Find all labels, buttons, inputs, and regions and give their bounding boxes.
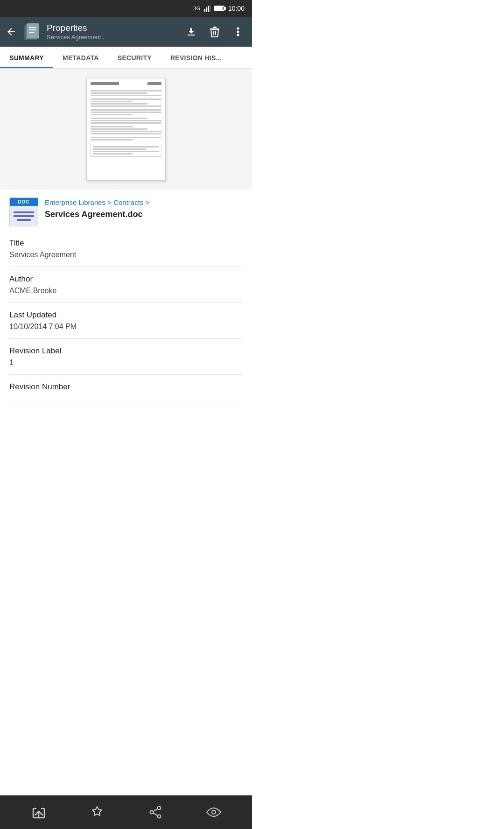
app-bar-actions: [183, 23, 246, 40]
svg-rect-3: [210, 5, 210, 12]
property-last-updated-value: 10/10/2014 7:04 PM: [9, 323, 243, 331]
property-last-updated-label: Last Updated: [9, 310, 243, 320]
tabs-bar: SUMMARY METADATA SECURITY REVISION HIS..…: [0, 47, 252, 69]
battery-icon: [214, 6, 224, 11]
svg-rect-7: [29, 27, 36, 28]
signal-icon: 3G: [193, 6, 200, 11]
app-bar: Properties Services Agreement...: [0, 17, 252, 47]
more-options-button[interactable]: [230, 23, 246, 40]
property-author-label: Author: [9, 274, 243, 284]
svg-rect-1: [206, 7, 207, 12]
document-icon: DOC: [9, 197, 38, 226]
status-bar: 3G 10:00: [0, 0, 252, 17]
property-title-value: Services Agreement: [9, 251, 243, 259]
document-thumbnail: [86, 78, 166, 181]
svg-point-15: [237, 28, 239, 30]
properties-list: Title Services Agreement Author ACME.Bro…: [0, 231, 252, 402]
tab-security[interactable]: SECURITY: [108, 47, 161, 68]
download-button[interactable]: [183, 23, 200, 40]
doc-type-badge: DOC: [10, 198, 38, 206]
document-filename: Services Agreement.doc: [45, 209, 243, 220]
delete-button[interactable]: [206, 23, 223, 40]
property-revision-label: Revision Label 1: [9, 339, 243, 375]
document-stack-icon: [22, 22, 41, 41]
property-last-updated: Last Updated 10/10/2014 7:04 PM: [9, 303, 243, 339]
svg-rect-10: [188, 35, 195, 35]
svg-rect-13: [213, 31, 214, 35]
property-author: Author ACME.Brooke: [9, 267, 243, 303]
back-button[interactable]: [6, 26, 17, 37]
svg-rect-9: [29, 32, 35, 33]
svg-rect-8: [29, 29, 36, 30]
property-title: Title Services Agreement: [9, 231, 243, 267]
page-subtitle: Services Agreement...: [47, 34, 178, 41]
document-preview: [0, 69, 252, 190]
svg-point-16: [237, 31, 239, 33]
property-revision-label-label: Revision Label: [9, 346, 243, 356]
property-revision-number: Revision Number: [9, 375, 243, 402]
signal-bars-icon: [204, 5, 210, 12]
tab-summary[interactable]: SUMMARY: [0, 47, 53, 68]
app-icon: [21, 21, 42, 42]
svg-rect-0: [204, 9, 205, 12]
breadcrumb-title-area: Enterprise Libraries > Contracts > Servi…: [45, 197, 243, 220]
tab-metadata[interactable]: METADATA: [53, 47, 108, 68]
breadcrumb[interactable]: Enterprise Libraries > Contracts >: [45, 197, 243, 207]
title-area: Properties Services Agreement...: [47, 23, 178, 41]
property-author-value: ACME.Brooke: [9, 287, 243, 295]
svg-rect-14: [215, 31, 216, 35]
property-title-label: Title: [9, 239, 243, 248]
svg-point-17: [237, 34, 239, 36]
svg-rect-12: [213, 27, 217, 28]
document-info: DOC Enterprise Libraries > Contracts > S…: [0, 190, 252, 231]
doc-icon-lines: [10, 206, 38, 226]
property-revision-label-value: 1: [9, 358, 243, 367]
tab-revision-history[interactable]: REVISION HIS...: [161, 47, 231, 68]
svg-rect-2: [208, 6, 209, 12]
status-time: 10:00: [228, 5, 245, 12]
svg-rect-6: [27, 23, 39, 38]
property-revision-number-label: Revision Number: [9, 382, 243, 392]
page-title: Properties: [47, 23, 178, 34]
